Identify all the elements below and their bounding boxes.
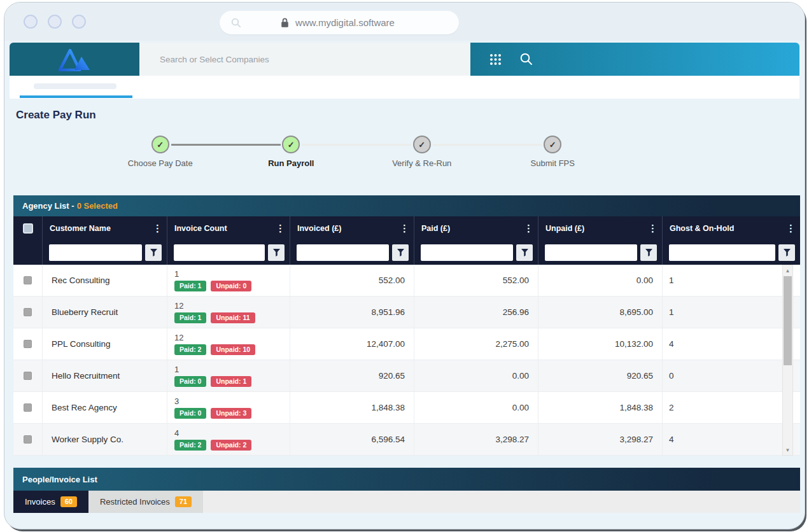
ghost-onhold-cell: 4 — [663, 328, 800, 360]
scroll-up-arrow-icon[interactable]: ▲ — [783, 266, 792, 275]
row-checkbox[interactable] — [24, 435, 32, 444]
kebab-menu-icon[interactable]: ⋮ — [524, 223, 533, 233]
invoice-count-cell: 4 Paid: 2 Unpaid: 2 — [167, 424, 290, 455]
table-row[interactable]: Blueberry Recruit 12 Paid: 1 Unpaid: 11 … — [13, 297, 800, 328]
unpaid-badge: Unpaid: 1 — [211, 376, 251, 387]
select-all-checkbox[interactable] — [23, 223, 33, 234]
invoice-count-cell: 1 Paid: 1 Unpaid: 0 — [167, 265, 290, 296]
row-checkbox[interactable] — [24, 403, 32, 412]
active-tab-indicator — [20, 95, 132, 98]
window-minimize-button[interactable] — [48, 15, 62, 29]
header-search-button[interactable] — [519, 52, 533, 66]
magnifier-icon — [519, 52, 533, 66]
tab-invoices[interactable]: Invoices 60 — [13, 491, 88, 513]
payrun-stepper: ✓ Choose Pay Date ✓ Run Payroll ✓ Verify… — [95, 136, 618, 171]
row-checkbox[interactable] — [24, 308, 32, 316]
unpaid-cell: 3,298.27 — [538, 424, 663, 455]
window-zoom-button[interactable] — [72, 15, 86, 29]
column-filter-input[interactable] — [545, 244, 637, 261]
ghost-onhold-cell: 2 — [663, 392, 800, 423]
kebab-menu-icon[interactable]: ⋮ — [153, 223, 162, 233]
step-verify-rerun: ✓ Verify & Re-Run — [356, 136, 488, 168]
column-filter-input[interactable] — [297, 244, 389, 261]
table-row[interactable]: Worker Supply Co. 4 Paid: 2 Unpaid: 2 6,… — [13, 424, 800, 456]
kebab-menu-icon[interactable]: ⋮ — [276, 223, 285, 233]
table-row[interactable]: Hello Recruitment 1 Paid: 0 Unpaid: 1 92… — [13, 360, 800, 392]
column-filter-button[interactable] — [640, 244, 657, 261]
check-icon[interactable]: ✓ — [413, 136, 431, 153]
filter-cell — [663, 240, 800, 265]
column-filter-input[interactable] — [174, 244, 265, 261]
lock-icon — [280, 17, 290, 28]
window-close-button[interactable] — [24, 15, 38, 29]
stepper-connector — [433, 144, 542, 146]
column-filter-button[interactable] — [516, 244, 533, 261]
table-scrollbar[interactable]: ▲ ▼ — [782, 265, 793, 456]
invoiced-cell: 1,848.38 — [290, 392, 414, 423]
kebab-menu-icon[interactable]: ⋮ — [786, 223, 796, 233]
invoiced-cell: 920.65 — [290, 360, 414, 391]
address-bar[interactable]: www.mydigital.software — [220, 11, 459, 34]
check-icon[interactable]: ✓ — [151, 136, 169, 153]
column-filter-input[interactable] — [669, 244, 775, 261]
column-header-unpaid[interactable]: Unpaid (£) ⋮ — [538, 216, 663, 240]
unpaid-badge: Unpaid: 11 — [211, 312, 255, 323]
paid-badge: Paid: 2 — [174, 440, 206, 451]
scrollbar-thumb[interactable] — [784, 276, 792, 365]
filter-cell — [538, 240, 663, 265]
column-filter-button[interactable] — [778, 244, 795, 261]
invoice-count-cell: 12 Paid: 1 Unpaid: 11 — [167, 297, 290, 328]
active-nav-tab[interactable] — [20, 76, 132, 99]
company-search-input[interactable]: Search or Select Companies — [139, 43, 470, 76]
row-checkbox[interactable] — [24, 372, 32, 380]
apps-grid-button[interactable] — [489, 53, 502, 66]
active-nav-tab-label — [34, 83, 116, 89]
invoice-count-value: 12 — [174, 333, 183, 342]
invoice-count-value: 4 — [174, 428, 179, 438]
tab-restricted-invoices[interactable]: Restricted Invoices 71 — [88, 491, 203, 513]
browser-search-icon — [231, 18, 241, 28]
column-header-invoiced[interactable]: Invoiced (£) ⋮ — [290, 216, 414, 240]
column-filter-input[interactable] — [49, 244, 142, 261]
invoiced-cell: 6,596.54 — [290, 424, 414, 455]
invoice-count-cell: 3 Paid: 0 Unpaid: 3 — [167, 392, 290, 423]
kebab-menu-icon[interactable]: ⋮ — [400, 223, 409, 233]
row-checkbox[interactable] — [24, 340, 32, 348]
paid-badge: Paid: 1 — [174, 281, 206, 291]
row-checkbox[interactable] — [24, 276, 32, 284]
column-header-invoice-count[interactable]: Invoice Count ⋮ — [167, 216, 290, 240]
table-row[interactable]: Best Rec Agency 3 Paid: 0 Unpaid: 3 1,84… — [13, 392, 800, 424]
column-filter-input[interactable] — [421, 244, 513, 261]
column-filter-button[interactable] — [268, 244, 285, 261]
table-row[interactable]: Rec Consulting 1 Paid: 1 Unpaid: 0 552.0… — [13, 265, 800, 297]
unpaid-cell: 10,132.00 — [538, 328, 663, 360]
restricted-invoices-count-badge: 71 — [175, 496, 192, 507]
stepper-connector — [302, 144, 411, 146]
bottom-tab-strip: Invoices 60 Restricted Invoices 71 — [13, 491, 800, 513]
column-filter-button[interactable] — [145, 244, 162, 261]
customer-name-cell: Worker Supply Co. — [43, 424, 167, 455]
ghost-onhold-cell: 0 — [663, 360, 800, 391]
scroll-down-arrow-icon[interactable]: ▼ — [783, 445, 792, 454]
funnel-icon — [784, 249, 791, 256]
column-header-customer-name[interactable]: Customer Name ⋮ — [43, 216, 167, 240]
customer-name-cell: Rec Consulting — [43, 265, 167, 296]
nav-tab-strip — [10, 76, 799, 99]
ghost-onhold-cell: 1 — [663, 297, 800, 328]
invoice-count-value: 3 — [174, 396, 179, 406]
column-filter-button[interactable] — [392, 244, 409, 261]
check-icon[interactable]: ✓ — [282, 136, 300, 153]
unpaid-badge: Unpaid: 2 — [211, 440, 251, 451]
invoice-count-value: 12 — [174, 301, 183, 311]
kebab-menu-icon[interactable]: ⋮ — [648, 223, 658, 233]
column-header-ghost-onhold[interactable]: Ghost & On-Hold ⋮ — [663, 216, 800, 240]
agency-list-panel: Agency List - 0 Selected Customer Name ⋮… — [13, 195, 800, 456]
table-row[interactable]: PPL Consulting 12 Paid: 2 Unpaid: 10 12,… — [13, 328, 800, 360]
column-header-paid[interactable]: Paid (£) ⋮ — [414, 216, 538, 240]
paid-badge: Paid: 2 — [174, 344, 206, 355]
check-icon[interactable]: ✓ — [544, 136, 561, 153]
grid-dots-icon — [489, 53, 502, 66]
app-logo[interactable] — [10, 43, 139, 76]
people-invoice-title: People/Invoice List — [22, 475, 97, 484]
step-run-payroll: ✓ Run Payroll — [226, 136, 357, 168]
